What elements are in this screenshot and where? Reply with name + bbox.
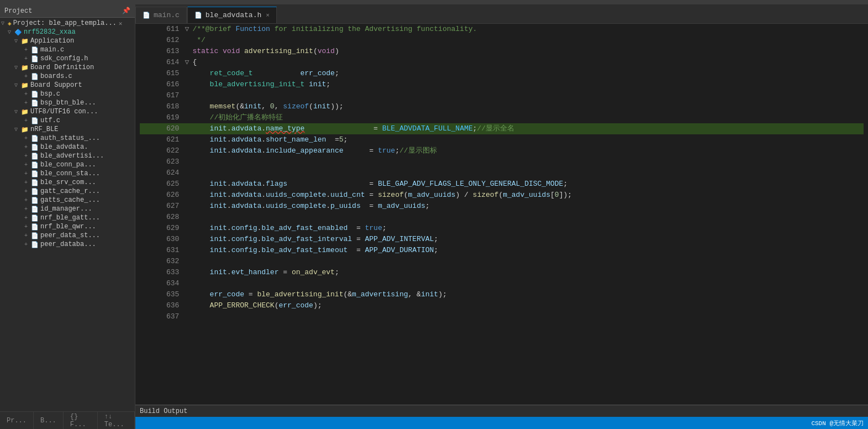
- main-layout: Project 📌 ▽ ◈ Project: ble_app_templa...…: [0, 4, 868, 429]
- sidebar-item-boards-c[interactable]: + 📄 boards.c: [0, 72, 135, 81]
- b-tab-label: B...: [40, 417, 56, 425]
- sidebar-item-main-c[interactable]: + 📄 main.c: [0, 45, 135, 54]
- board-definition-label: Board Definition: [30, 64, 94, 71]
- expand-icon: +: [24, 233, 30, 239]
- sdk-config-label: sdk_config.h: [40, 55, 88, 62]
- file-icon: 📄: [31, 179, 39, 186]
- te-tab-label: ↑↓ Te...: [104, 413, 128, 428]
- sidebar-item-peer-data-st[interactable]: + 📄 peer_data_st...: [0, 231, 135, 240]
- folder-icon: 🔷: [14, 29, 22, 36]
- collapse-icon: ▽: [14, 108, 20, 115]
- code-line-623: 623: [140, 156, 864, 168]
- file-icon: 📄: [31, 100, 39, 107]
- file-icon: 📄: [143, 12, 150, 19]
- expand-icon: +: [24, 153, 30, 159]
- status-text: CSDN @无情大菜刀: [811, 419, 864, 427]
- code-line-632: 632: [140, 256, 864, 267]
- gatt-cache-label: gatt_cache_r...: [40, 187, 100, 195]
- code-line-617: 617: [140, 90, 864, 101]
- code-line-611: 611 ▽ /**@brief Function for initializin…: [140, 24, 864, 35]
- auth-status-label: auth_status_...: [40, 134, 100, 142]
- utf8-label: UTF8/UTF16 con...: [30, 108, 98, 116]
- expand-icon: +: [24, 118, 30, 124]
- id-manager-label: id_manager...: [40, 205, 92, 213]
- ble-advdata-label: ble_advdata.: [40, 143, 88, 151]
- pr-tab[interactable]: Pr...: [0, 412, 34, 429]
- sidebar-item-ble-conn-sta[interactable]: + 📄 ble_conn_sta...: [0, 169, 135, 178]
- tab-ble-advdata-label: ble_advdata.h: [206, 11, 261, 19]
- project-label: Project: ble_app_templa...: [13, 19, 117, 27]
- sidebar-item-board-support[interactable]: ▽ 📁 Board Support: [0, 81, 135, 90]
- code-line-636: 636 APP_ERROR_CHECK(err_code);: [140, 300, 864, 311]
- sidebar-item-ble-conn-pa[interactable]: + 📄 ble_conn_pa...: [0, 160, 135, 169]
- nrf52832-label: nrf52832_xxaa: [24, 28, 76, 36]
- folder-icon: 📁: [21, 108, 29, 116]
- sidebar-item-ble-advdata[interactable]: + 📄 ble_advdata.: [0, 143, 135, 151]
- code-line-631: 631 init.config.ble_adv_fast_timeout = A…: [140, 245, 864, 256]
- file-icon: 📄: [31, 161, 39, 169]
- expand-icon: +: [24, 91, 30, 97]
- f-tab[interactable]: {} F...: [64, 412, 98, 429]
- expand-icon: +: [24, 224, 30, 230]
- b-tab[interactable]: B...: [34, 412, 64, 429]
- te-tab[interactable]: ↑↓ Te...: [98, 412, 135, 429]
- code-editor[interactable]: 611 ▽ /**@brief Function for initializin…: [135, 24, 868, 405]
- expand-icon: +: [24, 189, 30, 195]
- expand-icon: +: [24, 171, 30, 177]
- file-icon: 📄: [31, 73, 39, 80]
- code-line-637: 637: [140, 311, 864, 322]
- sidebar-item-nrf52832[interactable]: ▽ 🔷 nrf52832_xxaa: [0, 28, 135, 36]
- code-line-629: 629 init.config.ble_adv_fast_enabled = t…: [140, 223, 864, 234]
- sidebar-item-board-definition[interactable]: ▽ 📁 Board Definition: [0, 63, 135, 72]
- code-line-620: 620 init.advdata.name_type = BLE_ADVDATA…: [140, 123, 864, 134]
- file-icon: 📄: [31, 91, 39, 98]
- sidebar-pin-icon: 📌: [122, 7, 130, 15]
- expand-icon: +: [24, 180, 30, 186]
- tab-ble-advdata[interactable]: 📄 ble_advdata.h ×: [187, 7, 277, 23]
- code-line-634: 634: [140, 278, 864, 289]
- collapse-icon: ▽: [14, 126, 20, 133]
- file-icon: 📄: [31, 188, 39, 195]
- expand-icon: +: [24, 56, 30, 62]
- expand-icon: +: [24, 74, 30, 80]
- status-bar: CSDN @无情大菜刀: [135, 417, 868, 429]
- sidebar-item-auth-status[interactable]: + 📄 auth_status_...: [0, 134, 135, 143]
- sidebar-item-peer-databa[interactable]: + 📄 peer_databa...: [0, 240, 135, 249]
- code-line-630: 630 init.config.ble_adv_fast_interval = …: [140, 234, 864, 245]
- sidebar-item-utf8[interactable]: ▽ 📁 UTF8/UTF16 con...: [0, 107, 135, 116]
- sidebar-item-application[interactable]: ▽ 📁 Application: [0, 36, 135, 45]
- sidebar-item-gatt-cache[interactable]: + 📄 gatt_cache_r...: [0, 187, 135, 196]
- code-line-625: 625 init.advdata.flags = BLE_GAP_ADV_FLA…: [140, 179, 864, 190]
- project-icon: ◈: [8, 20, 12, 27]
- expand-icon: +: [24, 215, 30, 221]
- collapse-icon: ▽: [14, 38, 20, 44]
- sidebar-item-nrf-ble-gatt[interactable]: + 📄 nrf_ble_gatt...: [0, 213, 135, 222]
- code-line-633: 633 init.evt_handler = on_adv_evt;: [140, 267, 864, 278]
- sidebar-item-nrf-ble[interactable]: ▽ 📁 nRF_BLE: [0, 125, 135, 134]
- tab-close-icon[interactable]: ×: [266, 12, 270, 19]
- sidebar-item-ble-srv-com[interactable]: + 📄 ble_srv_com...: [0, 178, 135, 187]
- sidebar-item-sdk-config[interactable]: + 📄 sdk_config.h: [0, 54, 135, 63]
- sidebar-item-utf-c[interactable]: + 📄 utf.c: [0, 116, 135, 125]
- file-icon: 📄: [31, 55, 39, 62]
- tab-main-c[interactable]: 📄 main.c: [135, 7, 187, 23]
- tab-main-c-label: main.c: [154, 11, 180, 19]
- close-icon: ✕: [119, 20, 123, 27]
- file-icon: 📄: [194, 12, 202, 19]
- sidebar-item-project[interactable]: ▽ ◈ Project: ble_app_templa... ✕: [0, 19, 135, 28]
- sidebar-item-id-manager[interactable]: + 📄 id_manager...: [0, 205, 135, 213]
- peer-databa-label: peer_databa...: [40, 240, 96, 248]
- expand-icon: +: [24, 162, 30, 168]
- pr-tab-label: Pr...: [7, 417, 27, 425]
- sidebar-item-bsp-btn-ble[interactable]: + 📄 bsp_btn_ble...: [0, 98, 135, 107]
- sidebar-item-ble-advertisi[interactable]: + 📄 ble_advertisi...: [0, 151, 135, 160]
- gatts-cache-label: gatts_cache_...: [40, 196, 100, 204]
- file-icon: 📄: [31, 135, 39, 142]
- sidebar-item-bsp-c[interactable]: + 📄 bsp.c: [0, 90, 135, 98]
- collapse-icon: ▽: [14, 82, 20, 88]
- expand-icon: +: [24, 197, 30, 203]
- code-line-627: 627 init.advdata.uuids_complete.p_uuids …: [140, 201, 864, 212]
- sidebar-item-nrf-ble-qwr[interactable]: + 📄 nrf_ble_qwr...: [0, 222, 135, 231]
- bsp-c-label: bsp.c: [40, 90, 60, 98]
- sidebar-item-gatts-cache[interactable]: + 📄 gatts_cache_...: [0, 196, 135, 205]
